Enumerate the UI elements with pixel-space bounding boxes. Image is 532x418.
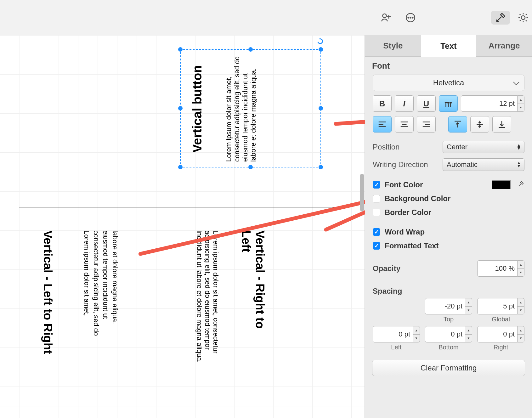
- spacing-right-stepper[interactable]: ▲▼: [518, 326, 524, 342]
- font-size-field[interactable]: 12 pt ▲▼: [461, 95, 524, 112]
- opacity-value[interactable]: 100 %: [477, 260, 518, 277]
- font-section: Font Helvetica B I U 12 pt ▲▼: [365, 57, 532, 138]
- tab-style[interactable]: Style: [365, 35, 421, 57]
- position-row: Position Center ▲▼: [365, 138, 532, 156]
- underline-button[interactable]: U: [417, 95, 436, 112]
- spacing-bottom-stepper[interactable]: ▲▼: [465, 326, 472, 342]
- background-color-label: Background Color: [385, 194, 450, 203]
- border-color-checkbox[interactable]: [373, 209, 380, 216]
- spacing-bottom-label: Bottom: [439, 344, 458, 351]
- spacing-top-label: Top: [444, 316, 454, 323]
- updown-caret-icon: ▲▼: [517, 144, 521, 150]
- shape-vertical-rtl-body: Lorem ipsum dolor sit amet, consectetur …: [195, 230, 220, 375]
- font-section-label: Font: [372, 61, 525, 71]
- selected-shape-title: Vertical button: [190, 56, 204, 162]
- border-color-label: Border Color: [385, 208, 431, 217]
- font-size-stepper[interactable]: ▲▼: [518, 95, 524, 112]
- spacing-left-value[interactable]: 0 pt: [373, 326, 413, 342]
- resize-handle-bm[interactable]: [248, 165, 253, 169]
- updown-caret-icon: ▲▼: [517, 161, 521, 167]
- background-color-row: Background Color: [365, 192, 532, 206]
- selected-shape-body: Lorem ipsum dolor sit amet, consectetur …: [225, 56, 258, 162]
- opacity-label: Opacity: [373, 264, 400, 273]
- ltr-body-line: Lorem ipsum dolor sit amet,: [83, 230, 91, 316]
- spacing-left-stepper[interactable]: ▲▼: [413, 326, 420, 342]
- spacing-left-label: Left: [391, 344, 401, 351]
- svg-point-4: [412, 17, 413, 18]
- align-right-button[interactable]: [417, 116, 436, 133]
- position-select[interactable]: Center ▲▼: [443, 141, 524, 153]
- resize-handle-ml[interactable]: [178, 106, 183, 110]
- font-color-row: ✓ Font Color: [365, 178, 532, 192]
- eyedropper-icon[interactable]: [518, 180, 524, 189]
- rotate-handle[interactable]: [316, 37, 324, 45]
- word-wrap-row: ✓ Word Wrap: [365, 225, 532, 239]
- ltr-body-line: eiusmod tempor incididunt ut: [102, 230, 110, 319]
- shape-vertical-ltr-body: labore et dolore magna aliqua. eiusmod t…: [82, 230, 120, 375]
- spacing-right-label: Right: [494, 344, 508, 351]
- ltr-body-line: labore et dolore magna aliqua.: [111, 230, 119, 324]
- align-left-button[interactable]: [373, 116, 392, 133]
- font-color-checkbox[interactable]: ✓: [373, 181, 380, 189]
- svg-point-0: [383, 14, 387, 18]
- position-value: Center: [447, 143, 467, 151]
- resize-handle-tr[interactable]: [319, 47, 323, 52]
- app-toolbar: [0, 0, 532, 35]
- clear-formatting-button[interactable]: Clear Formatting: [372, 360, 525, 376]
- canvas[interactable]: Vertical button Lorem ipsum dolor sit am…: [0, 35, 365, 418]
- inspector-panel: Style Text Arrange Font Helvetica B I U …: [365, 35, 532, 418]
- word-wrap-checkbox[interactable]: ✓: [373, 228, 380, 236]
- share-button[interactable]: [376, 11, 395, 25]
- spacing-global-value[interactable]: 5 pt: [477, 298, 518, 314]
- font-family-value: Helvetica: [433, 78, 464, 87]
- spacing-global-stepper[interactable]: ▲▼: [518, 298, 524, 314]
- formatted-text-checkbox[interactable]: ✓: [373, 242, 380, 250]
- writing-direction-row: Writing Direction Automatic ▲▼: [365, 156, 532, 173]
- resize-handle-tl[interactable]: [178, 47, 183, 52]
- svg-point-5: [521, 16, 525, 20]
- selected-shape[interactable]: Vertical button Lorem ipsum dolor sit am…: [180, 49, 321, 167]
- align-center-button[interactable]: [395, 116, 414, 133]
- spacing-grid: -20 pt▲▼ Top 5 pt▲▼ Global 0 pt▲▼ Left 0…: [365, 298, 532, 355]
- valign-top-button[interactable]: [448, 116, 467, 133]
- font-family-select[interactable]: Helvetica: [373, 75, 524, 91]
- resize-handle-br[interactable]: [319, 165, 323, 169]
- valign-middle-button[interactable]: [470, 116, 489, 133]
- valign-bottom-button[interactable]: [492, 116, 511, 133]
- resize-handle-tm[interactable]: [248, 47, 253, 52]
- font-size-value[interactable]: 12 pt: [461, 95, 518, 112]
- resize-handle-mr[interactable]: [319, 106, 323, 110]
- opacity-row: Opacity 100 % ▲▼: [365, 258, 532, 279]
- background-color-checkbox[interactable]: [373, 195, 380, 202]
- writing-direction-label: Writing Direction: [373, 160, 428, 169]
- writing-direction-select[interactable]: Automatic ▲▼: [443, 158, 524, 171]
- formatted-text-label: Formatted Text: [385, 241, 439, 250]
- resize-handle-bl[interactable]: [178, 165, 183, 169]
- formatted-text-row: ✓ Formatted Text: [365, 239, 532, 253]
- position-label: Position: [373, 143, 399, 151]
- spacing-right-value[interactable]: 0 pt: [477, 326, 518, 342]
- vertical-text-button[interactable]: [439, 95, 458, 112]
- format-panel-button[interactable]: [491, 11, 510, 25]
- font-color-swatch[interactable]: [492, 180, 511, 189]
- spacing-top-value[interactable]: -20 pt: [425, 298, 465, 314]
- tab-arrange[interactable]: Arrange: [476, 35, 532, 57]
- divider-line: [19, 207, 346, 207]
- opacity-stepper[interactable]: ▲▼: [518, 260, 524, 277]
- spacing-global-label: Global: [492, 316, 510, 323]
- shape-vertical-rtl-title: Vertical - Right to Left: [239, 230, 267, 350]
- spacing-bottom-value[interactable]: 0 pt: [425, 326, 465, 342]
- shape-vertical-ltr-title: Vertical - Left to Right: [41, 230, 55, 378]
- tab-text[interactable]: Text: [421, 35, 477, 57]
- spacing-top-stepper[interactable]: ▲▼: [465, 298, 472, 314]
- writing-direction-value: Automatic: [447, 161, 478, 169]
- canvas-scrollbar[interactable]: [360, 174, 364, 212]
- inspector-tabs: Style Text Arrange: [365, 35, 532, 57]
- ltr-body-line: consectetur adipisicing elit, sed do: [92, 230, 100, 336]
- more-button[interactable]: [401, 11, 420, 25]
- bold-button[interactable]: B: [373, 95, 392, 112]
- italic-button[interactable]: I: [395, 95, 414, 112]
- appearance-button[interactable]: [514, 11, 532, 25]
- font-color-label: Font Color: [385, 180, 423, 189]
- svg-point-3: [410, 17, 411, 18]
